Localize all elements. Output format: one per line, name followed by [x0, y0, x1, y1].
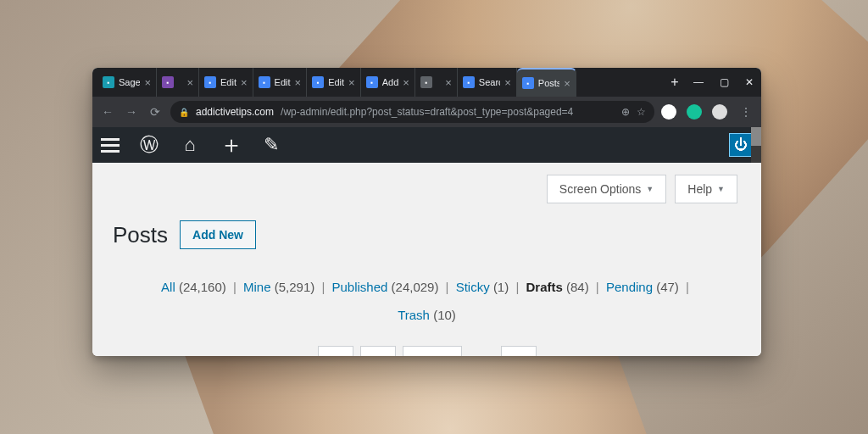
tab-label: Edit [275, 77, 291, 87]
tab-label: Edit [328, 77, 344, 87]
home-icon[interactable]: ⌂ [179, 134, 201, 156]
filter-drafts[interactable]: Drafts [526, 280, 562, 294]
tab-label: Sage [119, 77, 140, 87]
browser-tab[interactable]: ▪Edit× [253, 68, 308, 97]
filter-mine[interactable]: Mine [243, 280, 271, 294]
tab-favicon: ▪ [103, 76, 114, 88]
tab-close-icon[interactable]: × [241, 76, 248, 89]
url-path: /wp-admin/edit.php?post_status=draft&pos… [281, 106, 573, 118]
lock-icon: 🔒 [179, 108, 189, 117]
tab-favicon: ▪ [162, 76, 174, 88]
filter-published-count: (24,029) [392, 280, 439, 294]
tab-favicon: ▪ [259, 76, 270, 88]
filter-pending-count: (47) [656, 280, 679, 294]
filter-sticky-count: (1) [493, 280, 509, 294]
browser-tab[interactable]: ▪Edit× [307, 68, 361, 97]
chevron-down-icon: ▼ [717, 185, 725, 193]
new-content-icon[interactable]: ＋ [220, 129, 242, 161]
minimize-button[interactable]: — [693, 76, 704, 88]
menu-icon[interactable]: ⋮ [737, 105, 754, 119]
extension-icons: ⋮ [661, 104, 754, 120]
tab-favicon: ▪ [420, 76, 432, 88]
tab-close-icon[interactable]: × [564, 77, 570, 90]
tab-favicon: ▪ [463, 76, 475, 88]
tab-favicon: ▪ [522, 77, 534, 89]
reload-button[interactable]: ⟳ [147, 105, 164, 119]
tab-close-icon[interactable]: × [403, 76, 409, 89]
extension-icon[interactable] [687, 104, 702, 120]
filter-all-count: (24,160) [179, 280, 226, 294]
filter-sticky[interactable]: Sticky [456, 280, 490, 294]
help-button[interactable]: Help▼ [675, 175, 737, 203]
tab-favicon: ▪ [204, 76, 216, 88]
new-tab-button[interactable]: + [663, 68, 687, 97]
tab-favicon: ▪ [366, 76, 378, 88]
browser-tab[interactable]: ▪Add× [361, 68, 415, 97]
wordpress-admin-bar: Ⓦ ⌂ ＋ ✎ ⏻ [92, 127, 761, 163]
address-bar: ← → ⟳ 🔒 addictivetips.com/wp-admin/edit.… [92, 97, 761, 127]
bulk-actions-row [113, 346, 741, 356]
filter-all[interactable]: All [161, 280, 175, 294]
screen-options-button[interactable]: Screen Options▼ [547, 175, 666, 203]
filter-pending[interactable]: Pending [606, 280, 653, 294]
tab-favicon: ▪ [312, 76, 324, 88]
extension-icon[interactable] [661, 104, 676, 120]
filter-trash[interactable]: Trash [398, 308, 430, 322]
chevron-down-icon: ▼ [646, 185, 654, 193]
tab-label: Searc [479, 77, 500, 87]
tab-label: Posts [538, 78, 559, 88]
star-icon[interactable]: ☆ [637, 106, 646, 118]
window-controls: — ▢ ✕ [687, 68, 761, 97]
omnibox[interactable]: 🔒 addictivetips.com/wp-admin/edit.php?po… [170, 101, 654, 123]
maximize-button[interactable]: ▢ [719, 76, 729, 88]
browser-tab[interactable]: ▪Searc× [458, 68, 517, 97]
tab-close-icon[interactable]: × [186, 76, 193, 89]
url-domain: addictivetips.com [196, 106, 274, 118]
forward-button[interactable]: → [123, 105, 140, 119]
hamburger-icon[interactable] [101, 138, 120, 153]
post-status-filters: All (24,160) | Mine (5,291) | Published … [113, 273, 741, 329]
browser-tab[interactable]: ▪× [415, 68, 458, 97]
tab-close-icon[interactable]: × [295, 76, 302, 89]
profile-avatar[interactable] [712, 104, 727, 120]
tab-label: Edit [220, 77, 236, 87]
browser-window: ▪Sage×▪×▪Edit×▪Edit×▪Edit×▪Add×▪×▪Searc×… [92, 68, 761, 356]
filter-mine-count: (5,291) [275, 280, 315, 294]
back-button[interactable]: ← [99, 105, 116, 119]
close-button[interactable]: ✕ [744, 76, 754, 88]
tab-strip: ▪Sage×▪×▪Edit×▪Edit×▪Edit×▪Add×▪×▪Searc×… [92, 68, 663, 97]
tab-close-icon[interactable]: × [504, 76, 511, 89]
control-box[interactable] [501, 346, 537, 356]
browser-tab[interactable]: ▪Posts× [517, 68, 576, 97]
filter-published[interactable]: Published [332, 280, 388, 294]
page-title: Posts [113, 222, 168, 248]
wordpress-logo-icon[interactable]: Ⓦ [138, 132, 160, 158]
reader-icon[interactable]: ⊕ [621, 106, 630, 118]
control-box[interactable] [403, 346, 462, 356]
titlebar: ▪Sage×▪×▪Edit×▪Edit×▪Edit×▪Add×▪×▪Searc×… [92, 68, 761, 97]
power-icon[interactable]: ⏻ [729, 133, 753, 157]
page-content: Screen Options▼ Help▼ Posts Add New All … [92, 163, 761, 356]
control-box[interactable] [360, 346, 396, 356]
tab-close-icon[interactable]: × [348, 76, 355, 89]
tab-close-icon[interactable]: × [144, 76, 151, 89]
add-new-button[interactable]: Add New [180, 220, 256, 249]
edit-icon[interactable]: ✎ [260, 134, 282, 156]
control-box[interactable] [318, 346, 353, 356]
tab-label: Add [382, 77, 399, 87]
tab-close-icon[interactable]: × [445, 76, 452, 89]
scrollbar[interactable] [751, 127, 761, 163]
filter-drafts-count: (84) [566, 280, 589, 294]
browser-tab[interactable]: ▪Edit× [199, 68, 253, 97]
browser-tab[interactable]: ▪Sage× [97, 68, 157, 97]
browser-tab[interactable]: ▪× [157, 68, 199, 97]
filter-trash-count: (10) [433, 308, 456, 322]
